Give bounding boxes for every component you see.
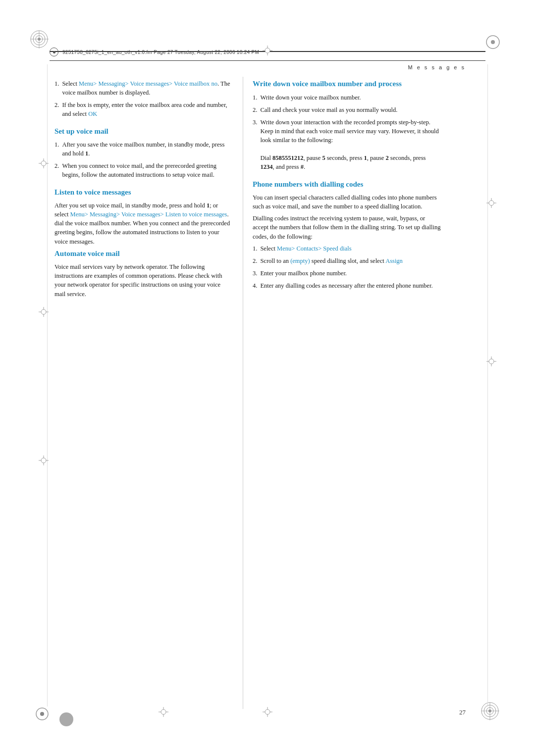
list-text-1: Select Menu> Messaging> Voice messages> … (62, 79, 233, 97)
list-item: 1. Select Menu> Contacts> Speed dials (253, 244, 441, 253)
file-info-text: 9251758_6275i_1_en_au_oth_v1.0.fm Page 2… (62, 50, 259, 55)
automate-section: Automate voice mail Voice mail services … (54, 249, 233, 299)
svg-point-21 (41, 309, 46, 314)
set-up-heading: Set up voice mail (54, 127, 233, 137)
automate-para: Voice mail services vary by network oper… (54, 262, 233, 299)
list-num-1: 1. (54, 79, 59, 97)
right-column: Write down voice mailbox number and proc… (253, 79, 441, 298)
phone-text-2: Scroll to an (empty) speed dialling slot… (260, 256, 441, 265)
crosshair-left-mid (39, 307, 49, 319)
menu-link-1: Menu> Messaging> Voice messages> Voice m… (79, 80, 217, 87)
assign-link: Assign (385, 257, 403, 264)
svg-point-27 (489, 201, 494, 205)
page-container: 9251758_6275i_1_en_au_oth_v1.0.fm Page 2… (0, 0, 535, 756)
crosshair-bottom-center (263, 707, 272, 719)
list-item: 2. Call and check your voice mail as you… (253, 105, 441, 114)
crosshair-left-bot (39, 455, 49, 467)
automate-heading: Automate voice mail (54, 249, 233, 259)
svg-point-24 (41, 458, 46, 463)
setup-text-2: When you connect to voice mail, and the … (62, 161, 233, 179)
phone-numbers-para2: Dialling codes instruct the receiving sy… (253, 214, 441, 241)
listen-heading: Listen to voice messages (54, 188, 233, 198)
write-text-3: Write down your interaction with the rec… (260, 118, 441, 172)
listen-menu-link: Menu> Messaging> Voice messages> Listen … (70, 211, 227, 218)
phone-numbers-list: 1. Select Menu> Contacts> Speed dials 2.… (253, 244, 441, 291)
phone-text-3: Enter your mailbox phone number. (260, 269, 441, 278)
ok-link: OK (88, 110, 97, 117)
list-item: 3. Enter your mailbox phone number. (253, 269, 441, 278)
empty-link: (empty) (290, 257, 310, 264)
grey-circle-bottom (59, 712, 72, 725)
svg-point-18 (41, 161, 46, 166)
set-up-section: Set up voice mail 1. After you save the … (54, 127, 233, 180)
crosshair-right-mid (486, 356, 496, 368)
write-down-heading: Write down voice mailbox number and proc… (253, 79, 441, 89)
initial-steps-list: 1. Select Menu> Messaging> Voice message… (54, 79, 233, 119)
list-item: 3. Write down your interaction with the … (253, 118, 441, 172)
center-divider (243, 77, 243, 709)
page-number: 27 (459, 708, 466, 716)
svg-point-7 (491, 40, 495, 44)
set-up-list: 1. After you save the voice mailbox numb… (54, 140, 233, 180)
list-item: 4. Enter any dialling codes as necessary… (253, 281, 441, 290)
list-text-2: If the box is empty, enter the voice mai… (62, 101, 233, 118)
page-header: M e s s a g e s (408, 64, 466, 70)
phone-numbers-section: Phone numbers with dialling codes You ca… (253, 180, 441, 291)
crosshair-top-center (263, 46, 272, 57)
file-info-icon (50, 48, 58, 56)
listen-section: Listen to voice messages After you set u… (54, 188, 233, 246)
corner-decoration-bl (30, 702, 54, 726)
svg-point-30 (489, 359, 494, 364)
list-item: 1. Select Menu> Messaging> Voice message… (54, 79, 233, 97)
phone-text-1: Select Menu> Contacts> Speed dials (260, 244, 441, 253)
svg-point-36 (265, 709, 270, 714)
crosshair-right-top (486, 198, 496, 210)
listen-para: After you set up voice mail, in standby … (54, 201, 233, 246)
list-item: 1. Write down your voice mailbox number. (253, 93, 441, 102)
write-down-section: Write down voice mailbox number and proc… (253, 79, 441, 172)
svg-point-39 (265, 48, 270, 53)
crosshair-left-top (39, 158, 49, 170)
svg-point-9 (40, 712, 44, 716)
list-item: 2. When you connect to voice mail, and t… (54, 161, 233, 179)
phone-text-4: Enter any dialling codes as necessary af… (260, 281, 441, 290)
phone-numbers-heading: Phone numbers with dialling codes (253, 180, 441, 190)
header-line-bottom (50, 60, 485, 61)
crosshair-bottom-left (159, 707, 168, 719)
setup-text-1: After you save the voice mailbox number,… (62, 140, 233, 158)
write-text-2: Call and check your voice mail as you no… (260, 105, 441, 114)
list-item: 2. If the box is empty, enter the voice … (54, 101, 233, 118)
phone-numbers-intro: You can insert special characters called… (253, 193, 441, 211)
left-column: 1. Select Menu> Messaging> Voice message… (54, 79, 233, 302)
contacts-link: Menu> Contacts> Speed dials (277, 245, 352, 252)
write-text-1: Write down your voice mailbox number. (260, 93, 441, 102)
list-item: 2. Scroll to an (empty) speed dialling s… (253, 256, 441, 265)
svg-point-33 (161, 709, 166, 714)
list-item: 1. After you save the voice mailbox numb… (54, 140, 233, 158)
write-down-list: 1. Write down your voice mailbox number.… (253, 93, 441, 172)
corner-decoration-br (481, 702, 505, 726)
list-num-2: 2. (54, 101, 59, 118)
right-margin-line (487, 64, 488, 706)
